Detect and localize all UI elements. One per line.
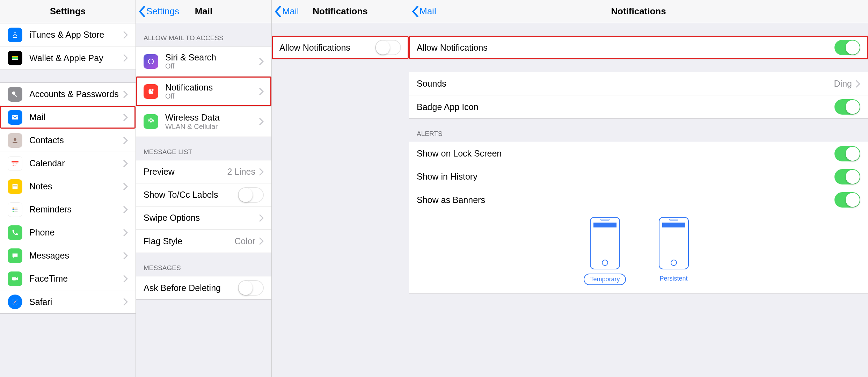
- back-button[interactable]: Settings: [136, 6, 179, 17]
- alert-preview-temporary[interactable]: Temporary: [584, 217, 626, 285]
- chevron-right-icon: [123, 137, 128, 144]
- back-button[interactable]: Mail: [409, 6, 436, 17]
- label: Swipe Options: [144, 213, 200, 223]
- page-title: Settings: [0, 6, 136, 17]
- label: Wallet & Apple Pay: [29, 53, 103, 63]
- back-label: Settings: [146, 6, 179, 17]
- toggle-show-banners[interactable]: [834, 192, 860, 208]
- label: Ask Before Deleting: [144, 283, 221, 293]
- row-itunes-app-store[interactable]: iTunes & App Store: [0, 23, 136, 46]
- row-flag-style[interactable]: Flag Style Color: [136, 230, 271, 253]
- page-title: Notifications: [409, 6, 868, 17]
- svg-rect-8: [13, 164, 14, 164]
- messages-group: Ask Before Deleting: [136, 276, 271, 300]
- row-allow-notifications[interactable]: Allow Notifications: [409, 36, 868, 59]
- toggle-ask-before-deleting[interactable]: [238, 280, 264, 296]
- back-label: Mail: [282, 6, 299, 17]
- row-show-banners[interactable]: Show as Banners: [409, 188, 868, 211]
- label: Calendar: [29, 158, 65, 168]
- contacts-icon: [8, 133, 22, 148]
- notifications-icon: [144, 84, 158, 99]
- value: Ding: [834, 79, 852, 89]
- toggle-show-lock-screen[interactable]: [834, 146, 860, 161]
- row-contacts[interactable]: Contacts: [0, 129, 136, 152]
- row-calendar[interactable]: Calendar: [0, 152, 136, 175]
- row-badge-app-icon[interactable]: Badge App Icon: [409, 95, 868, 118]
- svg-point-28: [150, 121, 152, 122]
- label: Show in History: [417, 172, 477, 182]
- row-ask-before-deleting[interactable]: Ask Before Deleting: [136, 276, 271, 299]
- svg-rect-11: [13, 165, 14, 166]
- chevron-right-icon: [259, 237, 264, 245]
- toggle-allow-notifications[interactable]: [375, 40, 401, 55]
- chevron-right-icon: [123, 183, 128, 190]
- label: Messages: [29, 251, 69, 261]
- svg-rect-12: [15, 165, 15, 166]
- chevron-right-icon: [259, 214, 264, 222]
- back-label: Mail: [420, 6, 436, 17]
- label: Preview: [144, 167, 175, 177]
- row-swipe-options[interactable]: Swipe Options: [136, 206, 271, 230]
- svg-rect-10: [16, 164, 17, 164]
- chevron-right-icon: [259, 58, 264, 65]
- row-notifications[interactable]: Notifications Off: [136, 77, 271, 107]
- chevron-right-icon: [123, 275, 128, 283]
- row-mail[interactable]: Mail: [0, 106, 136, 129]
- back-button[interactable]: Mail: [272, 6, 299, 17]
- reminders-icon: [8, 202, 22, 217]
- message-list-group: Preview 2 Lines Show To/Cc Labels Swipe …: [136, 160, 271, 253]
- label: Safari: [29, 297, 52, 307]
- row-show-tocc[interactable]: Show To/Cc Labels: [136, 183, 271, 206]
- row-sounds[interactable]: Sounds Ding: [409, 72, 868, 95]
- label: iTunes & App Store: [29, 30, 104, 40]
- toggle-show-tocc[interactable]: [238, 187, 264, 203]
- toggle-show-history[interactable]: [834, 169, 860, 184]
- navbar: Mail Notifications: [409, 0, 868, 23]
- label: Flag Style: [144, 236, 182, 246]
- label: Wireless Data: [165, 113, 220, 123]
- toggle-allow-notifications[interactable]: [834, 40, 860, 55]
- key-icon: [8, 87, 22, 102]
- row-messages[interactable]: Messages: [0, 244, 136, 267]
- siri-icon: [144, 54, 158, 69]
- settings-panel: Settings iTunes & App Store Wallet & App…: [0, 0, 136, 377]
- row-wallet-apple-pay[interactable]: Wallet & Apple Pay: [0, 46, 136, 70]
- row-notes[interactable]: Notes: [0, 175, 136, 198]
- chevron-right-icon: [123, 229, 128, 237]
- chevron-right-icon: [259, 118, 264, 125]
- row-reminders[interactable]: Reminders: [0, 198, 136, 221]
- row-preview[interactable]: Preview 2 Lines: [136, 160, 271, 183]
- section-message-list: MESSAGE LIST: [136, 137, 271, 160]
- alert-preview-persistent[interactable]: Persistent: [654, 217, 693, 285]
- row-facetime[interactable]: FaceTime: [0, 267, 136, 290]
- svg-point-25: [148, 59, 154, 64]
- toggle-badge-app-icon[interactable]: [834, 99, 860, 115]
- row-accounts-passwords[interactable]: Accounts & Passwords: [0, 83, 136, 106]
- row-siri-search[interactable]: Siri & Search Off: [136, 46, 271, 77]
- label: Notifications: [165, 82, 213, 93]
- label: Show on Lock Screen: [417, 148, 502, 159]
- label: Allow Notifications: [279, 43, 350, 53]
- label: Phone: [29, 227, 54, 238]
- label: Reminders: [29, 204, 72, 215]
- label: Contacts: [29, 135, 64, 145]
- messages-icon: [8, 248, 22, 263]
- row-show-history[interactable]: Show in History: [409, 165, 868, 188]
- row-show-lock-screen[interactable]: Show on Lock Screen: [409, 142, 868, 165]
- svg-rect-13: [13, 184, 18, 189]
- row-phone[interactable]: Phone: [0, 221, 136, 244]
- row-safari[interactable]: Safari: [0, 290, 136, 313]
- chevron-right-icon: [259, 88, 264, 95]
- row-allow-notifications[interactable]: Allow Notifications: [272, 36, 409, 59]
- chevron-right-icon: [259, 168, 264, 176]
- temporary-label: Temporary: [584, 274, 626, 285]
- subtitle: Off: [165, 92, 213, 100]
- wireless-icon: [144, 114, 158, 129]
- label: Sounds: [417, 79, 446, 89]
- row-wireless-data[interactable]: Wireless Data WLAN & Cellular: [136, 107, 271, 137]
- label: Allow Notifications: [417, 43, 488, 53]
- allow-group: Allow Notifications: [272, 36, 409, 59]
- navbar: Mail Notifications: [272, 0, 409, 23]
- label: Badge App Icon: [417, 102, 479, 112]
- label: Show To/Cc Labels: [144, 190, 218, 200]
